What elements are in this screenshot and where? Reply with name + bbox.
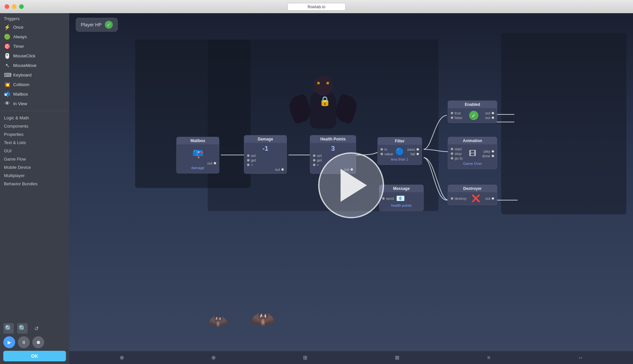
damage-set-port: set: [247, 154, 284, 158]
sidebar-item-once[interactable]: ⚡ Once: [0, 22, 69, 32]
mailbox-node-body: 📪 out damage: [177, 144, 219, 173]
play-overlay-button[interactable]: [318, 152, 384, 218]
anim-play-port: play: [482, 149, 494, 153]
toolbar-btn-6[interactable]: ↔: [576, 353, 586, 363]
sidebar-item-timer[interactable]: 🎯 Timer: [0, 42, 69, 51]
filter-node[interactable]: Filter in value 🔵: [377, 137, 422, 165]
destroyer-out-label: out: [485, 197, 490, 200]
sidebar-item-logic-math[interactable]: Logic & Math: [0, 114, 69, 122]
enabled-false-label: false: [455, 116, 462, 120]
play-triangle-icon: [341, 169, 367, 202]
message-node-title: Message: [379, 185, 423, 192]
zoom-controls: 🔍 🔍 ↺: [3, 323, 66, 334]
sidebar-label-keyboard: Keyboard: [13, 73, 32, 77]
hp-get-dot: [313, 159, 316, 162]
sidebar-item-components[interactable]: Components: [0, 122, 69, 130]
sidebar-item-text-lists[interactable]: Text & Lists: [0, 138, 69, 147]
enabled-true-dot: [451, 112, 453, 114]
sidebar-item-multiplayer[interactable]: Multiplayer: [0, 171, 69, 180]
title-bar: flowlab.io: [0, 0, 633, 13]
mouseclick-icon: 🖱️: [4, 53, 11, 59]
animation-node[interactable]: Animation start stop: [448, 137, 497, 169]
toolbar-btn-1[interactable]: ⊕: [117, 353, 127, 363]
anim-stop-label: stop: [455, 152, 462, 156]
sidebar-item-bundles[interactable]: Behavior Bundles: [0, 180, 69, 188]
anim-stop-dot: [451, 152, 453, 155]
sidebar: Triggers ⚡ Once 🟢 Always 🎯 Timer 🖱️ Mous…: [0, 13, 69, 364]
enabled-check-icon: ✓: [469, 111, 478, 120]
anim-start-dot: [451, 148, 453, 150]
filter-pass-port: pass: [406, 147, 419, 151]
sidebar-item-inview[interactable]: 👁 In View: [0, 99, 69, 108]
ok-button[interactable]: OK: [3, 351, 66, 361]
animation-film-icon: 🎞: [469, 149, 476, 158]
toolbar-btn-3[interactable]: ⊞: [300, 353, 310, 363]
destroyer-node[interactable]: Destroyer destroy ❌ out: [448, 185, 497, 205]
toolbar-btn-2[interactable]: ⊗: [208, 353, 218, 363]
minimize-button[interactable]: [12, 4, 16, 9]
sidebar-item-properties[interactable]: Properties: [0, 130, 69, 138]
stop-button[interactable]: ⏹: [32, 336, 44, 348]
mailbox-sublabel: damage: [179, 165, 216, 171]
sidebar-item-always[interactable]: 🟢 Always: [0, 32, 69, 42]
enabled-true-label: true: [455, 111, 461, 115]
zoom-out-button[interactable]: 🔍: [17, 323, 28, 334]
player-hp-label: Player HP: [81, 22, 102, 27]
always-icon: 🟢: [4, 34, 11, 40]
toolbar-btn-4[interactable]: ⊠: [392, 353, 402, 363]
damage-plus-dot: [247, 164, 250, 166]
sidebar-item-mailbox[interactable]: 📬 Mailbox: [0, 89, 69, 99]
anim-goto-port: go to: [451, 156, 463, 160]
reset-zoom-button[interactable]: ↺: [31, 323, 42, 334]
damage-set-dot: [247, 154, 250, 157]
damage-node[interactable]: Damage -1 set get +: [244, 135, 287, 174]
mailbox-out-label: out: [207, 161, 212, 165]
sidebar-label-once: Once: [13, 25, 23, 30]
health-points-title: Health Points: [310, 136, 356, 143]
pause-button[interactable]: ⏸: [18, 336, 30, 348]
filter-funnel-icon: 🔵: [395, 147, 404, 156]
message-node[interactable]: Message send 📧 health points: [379, 185, 424, 211]
sidebar-item-mouseclick[interactable]: 🖱️ MouseClick: [0, 51, 69, 61]
maximize-button[interactable]: [19, 4, 24, 9]
sidebar-item-collision[interactable]: 💥 Collision: [0, 80, 69, 89]
sidebar-bottom: 🔍 🔍 ↺ ▶ ⏸ ⏹ OK: [0, 320, 69, 364]
filter-fail-dot: [416, 153, 419, 155]
destroyer-x-icon: ❌: [471, 194, 480, 203]
canvas-area[interactable]: 🔒 🦇 🦇 Player HP ✓: [69, 13, 633, 364]
hp-set-dot: [313, 154, 316, 157]
close-button[interactable]: [5, 4, 9, 9]
damage-node-title: Damage: [244, 136, 286, 143]
sidebar-item-mousemove[interactable]: ↖ MouseMove: [0, 61, 69, 70]
hp-set-label: set: [317, 154, 322, 158]
damage-get-dot: [247, 159, 250, 162]
zoom-in-button[interactable]: 🔍: [3, 323, 14, 334]
mailbox-out-port: [214, 162, 216, 165]
filter-node-title: Filter: [378, 137, 422, 145]
mailbox-node[interactable]: Mailbox 📪 out damage: [176, 137, 219, 173]
health-points-value: 3: [313, 145, 353, 152]
triggers-label: Triggers: [0, 13, 69, 22]
window-controls[interactable]: [5, 4, 24, 9]
damage-plus-label: +: [251, 163, 253, 167]
mousemove-icon: ↖: [4, 62, 11, 69]
app-body: Triggers ⚡ Once 🟢 Always 🎯 Timer 🖱️ Mous…: [0, 13, 633, 364]
sidebar-item-gui[interactable]: GUI: [0, 147, 69, 155]
anim-done-dot: [492, 155, 494, 157]
sidebar-item-keyboard[interactable]: ⌨ Keyboard: [0, 70, 69, 80]
sidebar-label-inview: In View: [13, 101, 27, 106]
enabled-node[interactable]: Enabled true false ✓: [448, 101, 497, 123]
sidebar-item-mobile[interactable]: Mobile Device: [0, 163, 69, 171]
toolbar-btn-5[interactable]: ≡: [484, 353, 494, 363]
play-button[interactable]: ▶: [3, 336, 15, 348]
anim-goto-label: go to: [455, 156, 463, 160]
destroyer-destroy-port: destroy: [451, 197, 467, 200]
window-title: flowlab.io: [287, 3, 346, 11]
bottom-toolbar: ⊕ ⊗ ⊞ ⊠ ≡ ↔: [69, 351, 633, 364]
enabled-out1-port: out: [485, 111, 494, 115]
hp-plus-label: +: [317, 163, 319, 167]
anim-done-port: done: [482, 154, 494, 158]
sidebar-item-game-flow[interactable]: Game Flow: [0, 155, 69, 163]
animation-node-body: start stop go to 🎞: [448, 144, 497, 169]
bg-panel-right: [501, 33, 626, 214]
